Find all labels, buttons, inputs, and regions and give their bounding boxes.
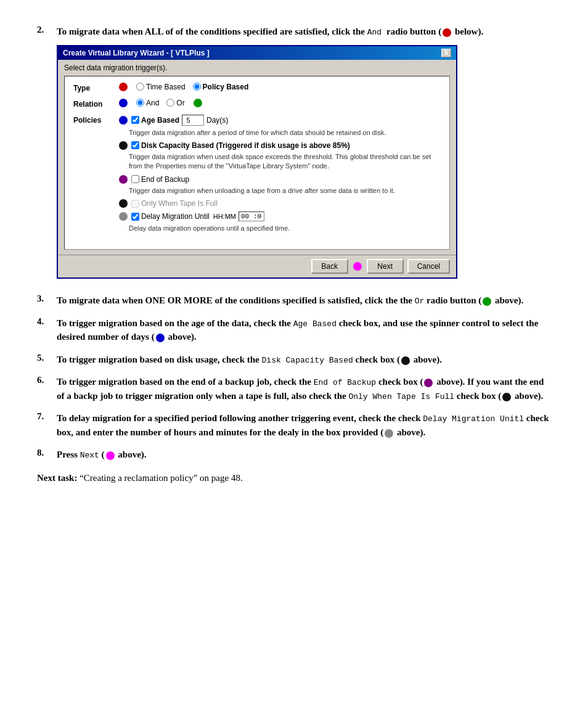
circle-green-step3 <box>483 297 491 306</box>
wizard-close-button[interactable]: X <box>441 49 451 57</box>
circle-blue-relation <box>119 99 128 107</box>
days-label: Day(s) <box>206 116 228 125</box>
and-radio-label[interactable]: And <box>136 99 159 107</box>
step-content-5: To trigger migration based on disk usage… <box>57 353 551 367</box>
circle-green-relation <box>194 99 202 107</box>
step-number-3: 3. <box>37 293 57 308</box>
and-radio[interactable] <box>136 99 144 107</box>
step-number-6: 6. <box>37 375 57 403</box>
only-when-full-checkbox[interactable] <box>131 200 139 208</box>
step-content-2: To migrate data when ALL of of the condi… <box>57 25 551 285</box>
step-content-7: To delay migration for a specified perio… <box>57 411 551 439</box>
step-number-5: 5. <box>37 353 57 367</box>
circle-red-annotation <box>443 28 451 37</box>
step-number-8: 8. <box>37 448 57 462</box>
relation-controls: And Or <box>118 99 441 107</box>
circle-black-step5 <box>401 356 410 365</box>
circle-blue-age <box>119 116 128 125</box>
delay-description: Delay data migration operations until a … <box>129 224 441 233</box>
circle-black-tape <box>119 199 128 208</box>
next-task: Next task: “Creating a reclamation polic… <box>37 473 551 483</box>
policy-based-label: Policy Based <box>203 83 249 91</box>
delay-migration-label: Delay Migration Until <box>141 212 210 221</box>
end-of-backup-checkbox[interactable] <box>131 175 139 183</box>
wizard-title: Create Virtual Library Wizard - [ VTLPlu… <box>63 49 210 57</box>
age-description: Trigger data migration after a period of… <box>129 128 441 138</box>
step-number-7: 7. <box>37 411 57 439</box>
policies-label: Policies <box>73 115 118 125</box>
circle-gray-step7 <box>385 429 393 438</box>
policy-based-radio[interactable] <box>193 83 201 91</box>
step-content-6: To trigger migration based on the end of… <box>57 375 551 403</box>
or-label: Or <box>176 99 184 107</box>
wizard-dialog: Create Virtual Library Wizard - [ VTLPlu… <box>57 45 457 279</box>
policies-row: Policies Age Based Day(s) Trigger data m… <box>73 115 441 237</box>
time-based-radio-label[interactable]: Time Based <box>136 83 186 91</box>
only-when-full-label: Only When Tape Is Full <box>141 199 218 208</box>
circle-black-disk <box>119 141 128 150</box>
type-label: Type <box>73 83 118 92</box>
step-number-4: 4. <box>37 316 57 344</box>
disk-description: Trigger data migration when used disk sp… <box>129 152 441 171</box>
end-backup-label: End of Backup <box>141 175 189 184</box>
wizard-footer: Back Next Cancel <box>58 255 456 277</box>
type-row: Type Time Based Policy Based <box>73 83 441 92</box>
or-radio-label[interactable]: Or <box>166 99 184 107</box>
circle-red-type <box>119 83 128 91</box>
circle-magenta-step8 <box>106 451 115 460</box>
delay-migration-checkbox[interactable] <box>131 213 139 221</box>
age-based-label: Age Based <box>141 116 179 125</box>
type-controls: Time Based Policy Based <box>118 83 441 91</box>
circle-purple-backup <box>119 175 128 184</box>
time-based-radio[interactable] <box>136 83 144 91</box>
delay-hhmm-label: HH:MM <box>213 213 236 220</box>
next-button[interactable]: Next <box>367 259 404 274</box>
circle-black-step6 <box>502 393 511 401</box>
wizard-titlebar: Create Virtual Library Wizard - [ VTLPlu… <box>58 46 456 60</box>
age-based-checkbox[interactable] <box>131 116 139 124</box>
policy-based-radio-label[interactable]: Policy Based <box>193 83 249 91</box>
end-backup-description: Trigger data migration when unloading a … <box>129 186 441 195</box>
next-task-label: Next task: <box>37 473 77 483</box>
age-days-spinner[interactable] <box>182 115 204 126</box>
disk-capacity-label: Disk Capacity Based (Triggered if disk u… <box>141 141 350 150</box>
circle-magenta-next <box>353 262 362 271</box>
circle-purple-step6 <box>424 379 433 387</box>
delay-hhmm-input[interactable] <box>239 211 264 221</box>
wizard-subtitle: Select data migration trigger(s). <box>58 60 456 76</box>
time-based-label: Time Based <box>146 83 186 91</box>
step-content-4: To trigger migration based on the age of… <box>57 316 551 344</box>
step-content-3: To migrate data when ONE OR MORE of the … <box>57 293 551 308</box>
wizard-body: Type Time Based Policy Based <box>64 76 450 250</box>
next-task-text: “Creating a reclamation policy” on page … <box>80 473 242 483</box>
circle-gray-delay <box>119 212 128 221</box>
or-radio[interactable] <box>166 99 174 107</box>
relation-row: Relation And Or <box>73 99 441 109</box>
step-number-2: 2. <box>37 25 57 285</box>
step-content-8: Press Next ( above). <box>57 448 551 462</box>
policies-controls: Age Based Day(s) Trigger data migration … <box>118 115 441 237</box>
circle-blue-step4 <box>156 334 165 342</box>
relation-label: Relation <box>73 99 118 109</box>
cancel-button[interactable]: Cancel <box>407 259 450 274</box>
back-button[interactable]: Back <box>311 259 348 274</box>
and-label: And <box>146 99 159 107</box>
disk-capacity-checkbox[interactable] <box>131 141 139 149</box>
